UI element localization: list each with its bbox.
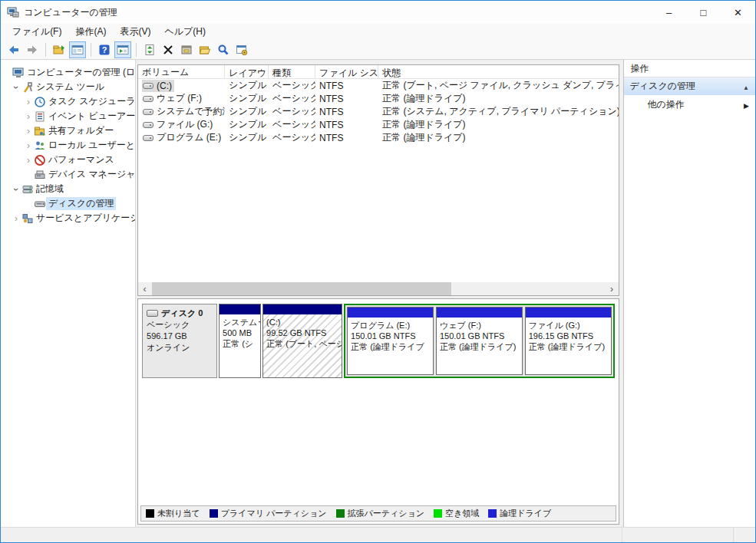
help-button[interactable]: ? — [96, 41, 113, 58]
submenu-arrow-icon — [744, 100, 749, 110]
tree-label: イベント ビューアー — [46, 110, 136, 123]
show-console-tree-button[interactable] — [69, 41, 86, 58]
partition-e[interactable]: プログラム (E:) 150.01 GB NTFS 正常 (論理ドライブ — [347, 307, 434, 375]
chevron-right-icon[interactable] — [24, 111, 33, 122]
volume-row[interactable]: (C:) シンプル ベーシック NTFS 正常 (ブート, ページ ファイル, … — [138, 79, 618, 92]
chevron-right-icon[interactable] — [12, 213, 21, 224]
partition-g[interactable]: ファイル (G:) 196.15 GB NTFS 正常 (論理ドライブ) — [525, 307, 612, 375]
settings-button[interactable] — [233, 41, 250, 58]
forward-button[interactable] — [24, 41, 41, 58]
scroll-right-icon[interactable]: › — [606, 282, 619, 295]
chevron-right-icon[interactable] — [24, 155, 33, 166]
menu-action[interactable]: 操作(A) — [68, 24, 113, 40]
tree-item-shared-folders[interactable]: 共有フォルダー — [1, 123, 135, 138]
chevron-right-icon[interactable] — [24, 97, 33, 107]
export-list-button[interactable] — [51, 41, 68, 58]
legend-label: プライマリ パーティション — [221, 508, 327, 519]
partition-status: 正常 (論理ドライブ) — [529, 341, 609, 352]
tree-item-task-scheduler[interactable]: タスク スケジューラ — [1, 94, 135, 109]
disk-status: オンライン — [147, 342, 213, 354]
chevron-right-icon[interactable] — [24, 126, 33, 137]
actions-section-disk-management[interactable]: ディスクの管理 — [624, 77, 755, 95]
app-icon — [7, 6, 19, 18]
scrollbar-thumb[interactable] — [152, 282, 451, 295]
window-title: コンピューターの管理 — [24, 6, 117, 19]
maximize-button[interactable]: □ — [686, 1, 721, 24]
actions-header: 操作 — [624, 60, 755, 77]
partition-label: ファイル (G:) — [529, 320, 609, 331]
tree-item-computer-management[interactable]: コンピューターの管理 (ローカル) — [1, 65, 135, 80]
minimize-button[interactable]: – — [652, 1, 686, 24]
column-header-layout[interactable]: レイアウト — [225, 65, 269, 78]
refresh-button[interactable] — [141, 41, 158, 58]
disk-name: ディスク 0 — [161, 308, 203, 319]
partition-status: 正常 (論理ドライブ — [351, 341, 431, 352]
partition-size: 99.52 GB NTFS — [266, 327, 340, 338]
tree-label: ローカル ユーザーとグループ — [46, 139, 136, 152]
toolbar-separator — [136, 43, 137, 57]
partition-f[interactable]: ウェブ (F:) 150.01 GB NTFS 正常 (論理ドライブ) — [436, 307, 523, 375]
collapse-icon[interactable] — [743, 81, 749, 92]
menu-help[interactable]: ヘルプ(H) — [157, 24, 213, 40]
chevron-down-icon[interactable] — [12, 82, 21, 93]
volume-row[interactable]: システムで予約済み シンプル ベーシック NTFS 正常 (システム, アクティ… — [138, 105, 618, 118]
show-action-pane-button[interactable] — [114, 41, 131, 58]
legend-label: 論理ドライブ — [500, 508, 551, 519]
tree-label: システム ツール — [34, 81, 107, 94]
properties-button[interactable] — [178, 41, 195, 58]
tree-item-event-viewer[interactable]: イベント ビューアー — [1, 109, 135, 123]
tree-item-system-tools[interactable]: システム ツール — [1, 80, 135, 94]
help-icon: ? — [98, 44, 111, 56]
legend-label: 空き領域 — [445, 508, 479, 519]
column-header-volume[interactable]: ボリューム — [138, 65, 225, 78]
disk-graph-pane: ディスク 0 ベーシック 596.17 GB オンライン システム･ 500 M… — [137, 298, 619, 525]
volume-layout: シンプル — [225, 92, 269, 105]
delete-icon — [162, 44, 174, 56]
more-actions-item[interactable]: 他の操作 — [624, 95, 755, 114]
volume-type: ベーシック — [269, 118, 315, 131]
horizontal-scrollbar[interactable]: ‹ › — [138, 282, 618, 295]
extended-partition: プログラム (E:) 150.01 GB NTFS 正常 (論理ドライブ ウェブ… — [344, 304, 614, 378]
open-button[interactable] — [196, 41, 213, 58]
menu-view[interactable]: 表示(V) — [113, 24, 157, 40]
legend-swatch — [434, 509, 442, 518]
chevron-right-icon[interactable] — [24, 140, 33, 151]
partition-system-reserved[interactable]: システム･ 500 MB 正常 (シ — [219, 304, 261, 378]
primary-partition-strip — [220, 304, 260, 314]
back-button[interactable] — [5, 41, 22, 58]
tree-item-performance[interactable]: パフォーマンス — [1, 153, 135, 167]
volume-status: 正常 (論理ドライブ) — [378, 118, 618, 131]
partition-c[interactable]: (C:) 99.52 GB NTFS 正常 (ブート, ページ — [262, 304, 342, 378]
delete-button[interactable] — [160, 41, 177, 58]
tree-item-services-applications[interactable]: サービスとアプリケーション — [1, 211, 135, 225]
volume-icon — [143, 135, 154, 141]
tree-item-storage[interactable]: 記憶域 — [1, 182, 135, 196]
volume-row[interactable]: ウェブ (F:) シンプル ベーシック NTFS 正常 (論理ドライブ) — [138, 92, 618, 105]
menu-file[interactable]: ファイル(F) — [5, 24, 68, 40]
tree-item-local-users-groups[interactable]: ローカル ユーザーとグループ — [1, 138, 135, 153]
volume-layout: シンプル — [225, 79, 269, 92]
close-button[interactable]: ✕ — [721, 1, 755, 24]
volume-row[interactable]: プログラム (E:) シンプル ベーシック NTFS 正常 (論理ドライブ) — [138, 131, 618, 144]
scrollbar-track[interactable] — [151, 282, 605, 295]
legend-label: 未割り当て — [157, 508, 200, 519]
console-tree-icon — [71, 44, 84, 56]
tree-label: 記憶域 — [34, 183, 66, 196]
volume-row[interactable]: ファイル (G:) シンプル ベーシック NTFS 正常 (論理ドライブ) — [138, 118, 618, 131]
volume-layout: シンプル — [225, 105, 269, 118]
disk-0-info[interactable]: ディスク 0 ベーシック 596.17 GB オンライン — [142, 304, 217, 378]
volume-filesystem: NTFS — [315, 120, 378, 130]
legend-label: 拡張パーティション — [348, 508, 425, 519]
column-header-filesystem[interactable]: ファイル システム — [315, 65, 378, 78]
tree-item-device-manager[interactable]: デバイス マネージャー — [1, 167, 135, 182]
chevron-down-icon[interactable] — [12, 184, 21, 195]
partition-size: 500 MB — [223, 327, 259, 338]
tree-item-disk-management[interactable]: ディスクの管理 — [1, 196, 135, 211]
volume-status: 正常 (ブート, ページ ファイル, クラッシュ ダンプ, プライマリ パー — [378, 79, 618, 92]
forward-icon — [26, 44, 38, 56]
column-header-type[interactable]: 種類 — [269, 65, 315, 78]
volume-list-header: ボリューム レイアウト 種類 ファイル システム 状態 — [138, 65, 618, 79]
scroll-left-icon[interactable]: ‹ — [138, 282, 151, 295]
search-button[interactable] — [215, 41, 232, 58]
column-header-status[interactable]: 状態 — [378, 65, 618, 78]
